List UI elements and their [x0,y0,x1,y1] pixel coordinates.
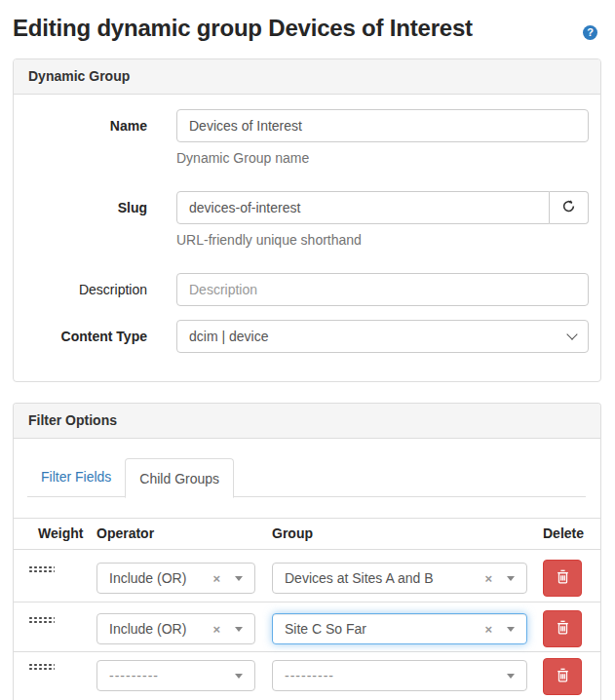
table-row: --------- --------- [14,652,600,700]
trash-icon [556,619,570,640]
slug-regenerate-button[interactable] [550,191,589,224]
delete-row-button[interactable] [543,610,582,647]
refresh-icon [561,199,576,217]
name-help-text: Dynamic Group name [176,150,309,166]
content-type-value: dcim | device [189,329,568,344]
clear-icon[interactable]: × [212,622,220,637]
table-row: Include (OR) × Devices at Sites A and B … [14,550,600,603]
column-header-group: Group [272,525,313,541]
dropdown-arrow-icon [235,627,243,632]
operator-select[interactable]: Include (OR) × [96,613,255,644]
operator-value: Include (OR) [109,570,212,586]
dropdown-arrow-icon [235,674,243,679]
tab-filter-fields[interactable]: Filter Fields [27,457,125,497]
group-value: Devices at Sites A and B [285,570,484,586]
column-header-operator: Operator [96,525,154,541]
group-select[interactable]: Site C So Far × [272,613,527,644]
group-select[interactable]: --------- [272,660,527,691]
page-title: Editing dynamic group Devices of Interes… [13,15,473,42]
operator-value: Include (OR) [109,621,212,637]
clear-icon[interactable]: × [484,571,492,586]
slug-label: Slug [14,191,162,224]
column-header-weight: Weight [38,525,83,541]
content-type-select[interactable]: dcim | device [176,320,589,353]
tab-child-groups[interactable]: Child Groups [125,458,234,498]
chevron-down-icon [566,329,577,339]
operator-select[interactable]: Include (OR) × [96,563,255,594]
dropdown-arrow-icon [235,576,243,581]
description-input[interactable] [176,273,589,306]
column-header-delete: Delete [543,525,584,541]
slug-input[interactable] [176,191,550,224]
name-label: Name [14,109,162,142]
delete-row-button[interactable] [543,560,582,597]
group-value: --------- [285,668,507,683]
filter-tabs: Filter FieldsChild Groups [27,457,586,497]
name-input[interactable] [176,109,589,142]
drag-handle-icon[interactable] [28,616,55,624]
dynamic-group-panel: Dynamic Group Name Dynamic Group name Sl… [13,58,601,382]
dropdown-arrow-icon [507,576,515,581]
trash-icon [556,667,570,687]
clear-icon[interactable]: × [484,622,492,637]
dynamic-group-panel-title: Dynamic Group [14,59,600,95]
slug-help-text: URL-friendly unique shorthand [176,232,362,248]
filter-options-panel-title: Filter Options [14,404,600,439]
group-value: Site C So Far [285,621,484,637]
filter-options-panel: Filter Options Filter FieldsChild Groups… [13,403,601,700]
drag-handle-icon[interactable] [28,565,55,573]
description-label: Description [14,273,162,306]
drag-handle-icon[interactable] [28,663,55,671]
operator-value: --------- [109,668,235,683]
delete-row-button[interactable] [543,658,582,695]
operator-select[interactable]: --------- [96,660,255,691]
dropdown-arrow-icon [507,674,515,679]
content-type-label: Content Type [14,320,162,353]
table-row: Include (OR) × Site C So Far × [14,603,600,652]
trash-icon [556,568,570,589]
group-select[interactable]: Devices at Sites A and B × [272,563,527,594]
clear-icon[interactable]: × [212,571,220,586]
child-groups-table: Weight Operator Group Delete Include (OR… [14,518,600,700]
help-icon[interactable]: ? [583,25,597,40]
table-header-row: Weight Operator Group Delete [14,519,600,550]
dropdown-arrow-icon [507,627,515,632]
edit-dynamic-group-page: Editing dynamic group Devices of Interes… [0,0,615,700]
